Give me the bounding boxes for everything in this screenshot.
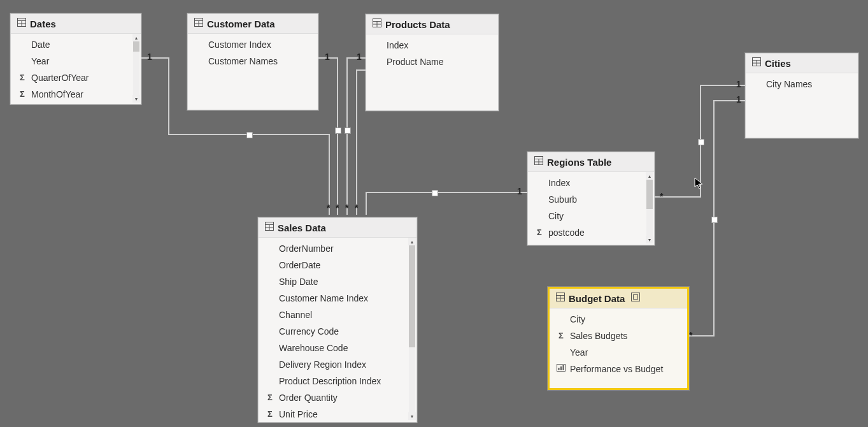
table-card-dates[interactable]: Dates Date Year ΣQuarterOfYear ΣMonthOfY…: [10, 13, 141, 105]
table-header[interactable]: Dates: [11, 14, 141, 34]
table-header[interactable]: Budget Data: [550, 289, 687, 308]
field-row[interactable]: Year: [550, 344, 687, 361]
table-card-cities[interactable]: Cities City Names: [745, 53, 858, 138]
scroll-thumb[interactable]: [409, 245, 415, 347]
field-label: Delivery Region Index: [279, 358, 409, 372]
svg-rect-31: [559, 368, 560, 370]
scroll-down-icon[interactable]: ▾: [646, 236, 653, 243]
field-row[interactable]: ΣOrder Quantity: [259, 389, 416, 406]
field-label: MonthOfYear: [31, 87, 133, 101]
table-icon: [265, 222, 274, 233]
scrollbar[interactable]: ▴ ▾: [646, 172, 653, 243]
table-title: Budget Data: [569, 293, 625, 304]
field-label: Warehouse Code: [279, 341, 409, 355]
scroll-thumb[interactable]: [133, 41, 139, 52]
table-card-regions[interactable]: Regions Table Index Suburb City Σpostcod…: [527, 152, 655, 245]
scroll-up-icon[interactable]: ▴: [646, 172, 653, 180]
field-label: Index: [548, 176, 646, 190]
field-row[interactable]: Index: [528, 175, 654, 191]
field-row[interactable]: Ship Date: [259, 273, 416, 290]
svg-rect-33: [563, 365, 564, 370]
sum-icon: Σ: [17, 71, 27, 85]
field-label: Performance vs Budget: [570, 362, 679, 376]
cardinality-label: *: [345, 203, 348, 213]
field-row[interactable]: Performance vs Budget: [550, 361, 687, 377]
table-header[interactable]: Regions Table: [528, 152, 654, 172]
table-header[interactable]: Customer Data: [188, 14, 318, 34]
table-icon: [534, 156, 543, 168]
cardinality-label: 1: [357, 52, 362, 62]
table-card-products-data[interactable]: Products Data Index Product Name: [366, 14, 499, 111]
field-label: Product Description Index: [279, 374, 409, 388]
scrollbar[interactable]: ▴ ▾: [132, 34, 140, 103]
field-label: City Names: [766, 77, 850, 91]
sum-icon: Σ: [534, 226, 544, 240]
measure-icon: [556, 362, 566, 376]
table-title: Customer Data: [207, 18, 275, 29]
field-label: OrderNumber: [279, 242, 409, 256]
field-label: City: [548, 209, 646, 223]
field-row[interactable]: Index: [366, 37, 498, 54]
field-row[interactable]: Product Name: [366, 54, 498, 70]
field-row[interactable]: Customer Names: [188, 53, 318, 69]
field-row[interactable]: ΣUnit Price: [259, 406, 416, 423]
table-title: Regions Table: [547, 157, 611, 168]
field-row[interactable]: Currency Code: [259, 323, 416, 340]
table-card-customer-data[interactable]: Customer Data Customer Index Customer Na…: [187, 13, 318, 110]
field-label: Year: [31, 54, 133, 68]
field-row[interactable]: Warehouse Code: [259, 340, 416, 356]
field-row[interactable]: Year: [11, 53, 141, 69]
field-label: Product Name: [387, 55, 490, 69]
cardinality-label: *: [660, 191, 663, 201]
field-row[interactable]: ΣMonthOfYear: [11, 86, 141, 103]
field-row[interactable]: ΣSales Budgets: [550, 328, 687, 344]
field-row[interactable]: Customer Index: [188, 36, 318, 53]
table-header[interactable]: Cities: [746, 54, 858, 73]
table-card-budget-data[interactable]: Budget Data City ΣSales Budgets Year Per…: [548, 287, 689, 390]
field-row[interactable]: City Names: [746, 76, 858, 92]
table-icon: [556, 293, 565, 304]
table-icon: [752, 57, 761, 69]
cardinality-label: *: [689, 330, 692, 340]
field-label: Suburb: [548, 192, 646, 206]
field-row[interactable]: City: [528, 208, 654, 224]
svg-rect-28: [632, 293, 640, 301]
field-label: Customer Names: [208, 54, 310, 68]
cardinality-label: 1: [325, 52, 330, 62]
scroll-up-icon[interactable]: ▴: [408, 238, 416, 245]
sum-icon: Σ: [556, 329, 566, 343]
field-row[interactable]: Delivery Region Index: [259, 356, 416, 373]
field-row[interactable]: Channel: [259, 307, 416, 323]
field-label: QuarterOfYear: [31, 71, 133, 85]
field-row[interactable]: Product Description Index: [259, 373, 416, 389]
sum-icon: Σ: [265, 407, 275, 421]
scroll-thumb[interactable]: [646, 180, 653, 209]
field-label: Year: [570, 345, 679, 359]
table-header[interactable]: Sales Data: [259, 218, 416, 238]
table-card-sales-data[interactable]: Sales Data OrderNumber OrderDate Ship Da…: [258, 217, 417, 423]
field-row[interactable]: OrderDate: [259, 257, 416, 273]
cardinality-label: 1: [736, 79, 741, 89]
field-label: Currency Code: [279, 324, 409, 338]
field-row[interactable]: Date: [11, 36, 141, 53]
field-row[interactable]: Σpostcode: [528, 224, 654, 241]
table-header[interactable]: Products Data: [366, 15, 498, 34]
field-row[interactable]: City: [550, 311, 687, 328]
field-label: Customer Name Index: [279, 291, 409, 305]
scroll-down-icon[interactable]: ▾: [408, 412, 416, 420]
field-row[interactable]: Suburb: [528, 191, 654, 208]
svg-rect-32: [560, 366, 562, 370]
scroll-up-icon[interactable]: ▴: [132, 34, 140, 41]
field-label: Order Quantity: [279, 391, 409, 405]
field-row[interactable]: OrderNumber: [259, 240, 416, 257]
scrollbar[interactable]: ▴ ▾: [408, 238, 416, 420]
field-row[interactable]: Customer Name Index: [259, 290, 416, 307]
model-diagram-canvas[interactable]: 1 1 1 1 1 1 * * * * * * Dates Date Year …: [0, 0, 868, 427]
mouse-cursor-icon: [694, 177, 704, 192]
scroll-down-icon[interactable]: ▾: [132, 95, 140, 103]
table-title: Sales Data: [278, 222, 326, 233]
field-row[interactable]: ΣQuarterOfYear: [11, 69, 141, 86]
field-label: postcode: [548, 226, 646, 240]
cardinality-label: 1: [517, 186, 522, 196]
svg-rect-29: [634, 295, 638, 300]
